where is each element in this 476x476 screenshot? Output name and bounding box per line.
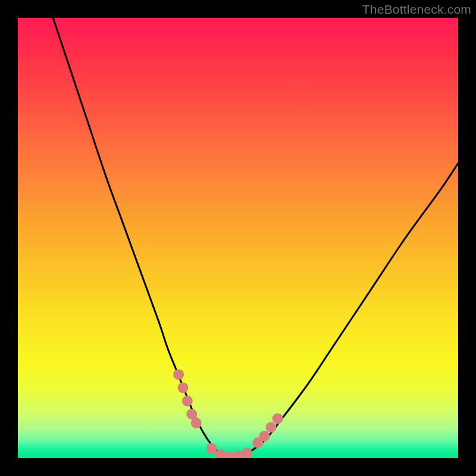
- data-markers: [173, 369, 283, 458]
- marker-dot: [266, 422, 277, 433]
- marker-dot: [206, 443, 217, 454]
- marker-dot: [259, 431, 270, 441]
- chart-frame: TheBottleneck.com: [0, 0, 476, 476]
- watermark-text: TheBottleneck.com: [362, 2, 471, 17]
- marker-dot: [182, 396, 193, 406]
- marker-dot: [273, 413, 283, 424]
- plot-area: [18, 18, 458, 458]
- marker-dot: [242, 447, 252, 458]
- marker-dot: [178, 383, 189, 393]
- marker-dot: [191, 418, 202, 428]
- bottleneck-curve: [53, 18, 458, 458]
- marker-dot: [173, 369, 184, 380]
- curve-layer: [18, 18, 458, 458]
